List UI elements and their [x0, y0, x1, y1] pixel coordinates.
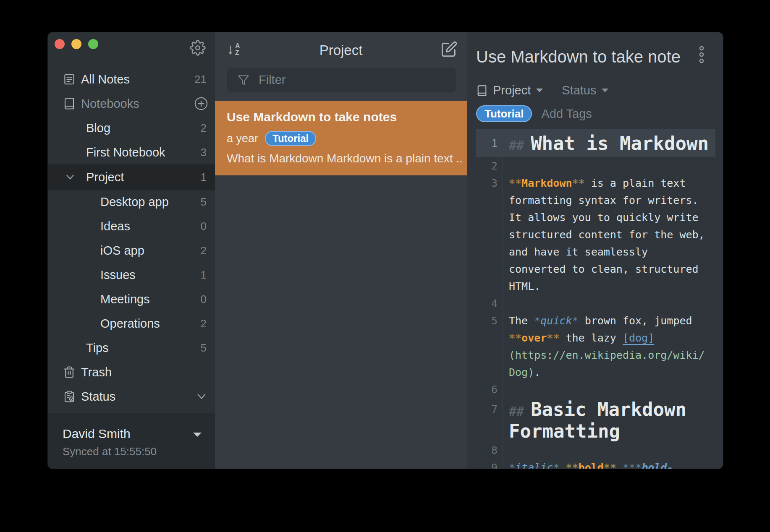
sidebar-item-label: Trash [81, 365, 112, 379]
editor-line[interactable]: 4 [476, 295, 715, 312]
editor-line[interactable]: 3**Markdown** is a plain text [476, 175, 715, 192]
editor-line[interactable]: and have it seamlessly [476, 243, 715, 261]
sidebar-item-first-notebook[interactable]: First Notebook3 [48, 140, 215, 164]
chevron-down-icon[interactable] [196, 391, 207, 402]
note-item-title: Use Markdown to take notes [227, 110, 397, 124]
editor-line[interactable]: 9*italic* **bold** ***bold- [476, 459, 715, 469]
all-notes-icon [63, 73, 76, 86]
note-count-badge: 21 [194, 73, 207, 86]
line-number [476, 420, 503, 442]
sidebar-item-operations[interactable]: Operations2 [48, 311, 215, 336]
notebook-selector[interactable]: Project [493, 83, 531, 97]
sidebar-item-notebooks[interactable]: Notebooks [48, 91, 215, 116]
sidebar-item-label: Notebooks [81, 97, 139, 111]
add-tags-button[interactable]: Add Tags [541, 107, 592, 121]
note-count-badge: 3 [201, 146, 207, 159]
sidebar-item-label: First Notebook [86, 146, 165, 159]
sidebar-item-ios-app[interactable]: iOS app2 [48, 238, 215, 263]
sidebar-item-issues[interactable]: Issues1 [48, 263, 215, 287]
editor-line[interactable]: **over** the lazy [dog] [476, 329, 715, 347]
line-number: 2 [476, 157, 503, 175]
zoom-window-button[interactable] [88, 39, 98, 49]
editor-line-text: formatting syntax for writers. [503, 194, 699, 206]
line-number: 7 [476, 398, 503, 420]
tag-pill[interactable]: Tutorial [476, 105, 532, 122]
sidebar-item-tips[interactable]: Tips5 [48, 336, 215, 360]
editor-line-text: **over** the lazy [dog] [503, 332, 654, 344]
note-count-badge: 5 [201, 196, 207, 209]
sidebar-item-desktop-app[interactable]: Desktop app5 [48, 190, 215, 214]
editor-line-text: ##What is Markdown [503, 133, 709, 154]
chevron-down-icon[interactable] [65, 172, 76, 183]
sidebar-item-status[interactable]: Status [48, 384, 215, 409]
note-list-title: Project [215, 42, 467, 58]
sidebar-item-ideas[interactable]: Ideas0 [48, 214, 215, 238]
note-count-badge: 1 [201, 171, 207, 184]
note-count-badge: 2 [201, 317, 207, 330]
editor-line[interactable]: formatting syntax for writers. [476, 192, 715, 209]
editor-line[interactable]: 8 [476, 442, 715, 459]
sidebar-item-meetings[interactable]: Meetings0 [48, 287, 215, 311]
sidebar-item-trash[interactable]: Trash [48, 360, 215, 384]
editor-line[interactable]: 1##What is Markdown [476, 129, 715, 157]
note-item-preview: What is Markdown Markdown is a plain tex… [227, 152, 463, 165]
account-section[interactable]: David Smith Synced at 15:55:50 [48, 413, 215, 469]
note-count-badge: 2 [201, 122, 207, 135]
editor-line[interactable]: Formatting [476, 420, 715, 442]
note-item-tag-badge[interactable]: Tutorial [265, 131, 316, 146]
notebook-icon [476, 85, 488, 96]
app-window: All Notes21NotebooksBlog2First Notebook3… [48, 32, 723, 469]
editor-line-text: **Markdown** is a plain text [503, 177, 686, 189]
note-list-header: ↓ AZ Project [215, 32, 467, 70]
sidebar-item-label: Operations [100, 317, 160, 331]
status-caret-icon[interactable] [601, 88, 609, 93]
settings-gear-icon[interactable] [190, 40, 206, 56]
note-count-badge: 5 [201, 342, 207, 355]
editor-line[interactable]: converted to clean, structured [476, 261, 715, 278]
editor-line[interactable]: structured content for the web, [476, 226, 715, 243]
note-item-age: a year [227, 132, 258, 145]
editor-line[interactable]: 5The *quick* brown fox, jumped [476, 312, 715, 329]
notebook-icon [63, 97, 76, 110]
new-note-button[interactable] [441, 41, 458, 57]
note-title[interactable]: Use Markdown to take note [476, 47, 694, 66]
line-number: 9 [476, 459, 503, 469]
sidebar-item-label: iOS app [100, 244, 144, 258]
editor-line-text: Dog). [503, 366, 540, 378]
editor-line[interactable]: 7##Basic Markdown [476, 398, 715, 420]
line-number: 8 [476, 442, 503, 459]
filter-funnel-icon [238, 74, 249, 86]
line-number: 1 [476, 129, 503, 157]
minimize-window-button[interactable] [71, 39, 81, 49]
sidebar-item-blog[interactable]: Blog2 [48, 116, 215, 140]
sidebar-item-label: All Notes [81, 73, 130, 86]
editor-line[interactable]: 2 [476, 157, 715, 175]
line-number [476, 261, 503, 278]
editor-line-text: Formatting [503, 420, 620, 442]
editor-line-text: *italic* **bold** ***bold- [503, 462, 673, 469]
sidebar-item-project[interactable]: Project1 [48, 164, 215, 190]
editor-line-text: converted to clean, structured [503, 263, 699, 275]
note-menu-kebab-icon[interactable] [698, 46, 705, 64]
note-tags-row: Tutorial Add Tags [476, 105, 592, 122]
editor-line[interactable]: Dog). [476, 364, 715, 381]
sidebar-item-label: Ideas [100, 219, 130, 233]
notebook-caret-icon[interactable] [536, 88, 543, 93]
editor-line[interactable]: It allows you to quickly write [476, 209, 715, 226]
account-dropdown-caret-icon[interactable] [192, 432, 202, 438]
markdown-editor[interactable]: 1##What is Markdown23**Markdown** is a p… [467, 129, 723, 469]
editor-line-text: HTML. [503, 280, 540, 292]
status-icon [63, 390, 76, 403]
editor-line[interactable]: HTML. [476, 278, 715, 295]
add-notebook-button[interactable] [194, 96, 208, 111]
close-window-button[interactable] [55, 39, 65, 49]
editor-line[interactable]: (https://en.wikipedia.org/wiki/ [476, 347, 715, 364]
sidebar-item-all-notes[interactable]: All Notes21 [48, 67, 215, 91]
note-count-badge: 0 [201, 220, 207, 233]
status-selector[interactable]: Status [562, 83, 596, 97]
sync-status-text: Synced at 15:55:50 [63, 445, 157, 458]
sidebar: All Notes21NotebooksBlog2First Notebook3… [48, 32, 215, 469]
filter-input[interactable]: Filter [227, 68, 456, 92]
note-list-item-selected[interactable]: Use Markdown to take notes a year Tutori… [215, 101, 467, 175]
editor-line[interactable]: 6 [476, 381, 715, 398]
